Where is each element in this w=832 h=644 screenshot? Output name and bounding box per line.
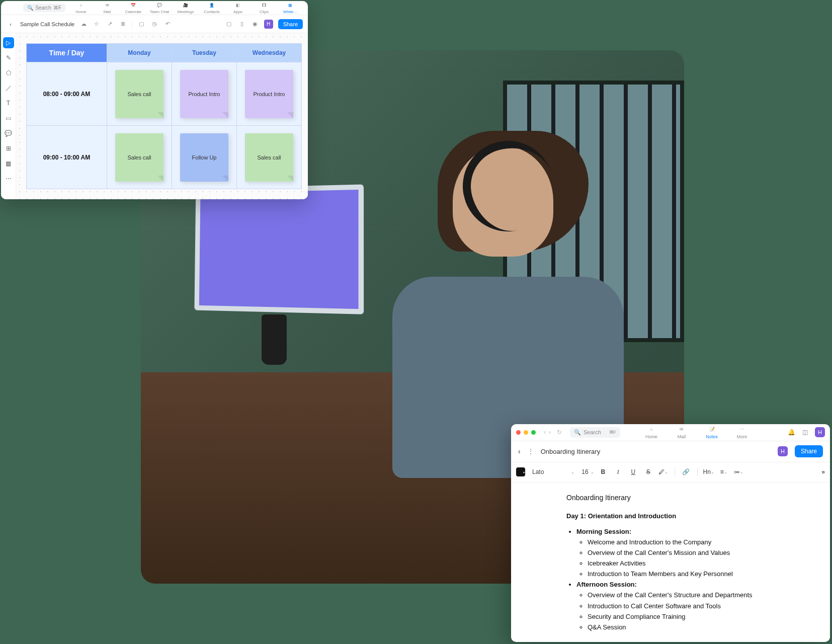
list-icon[interactable]: ≣ [119, 20, 127, 28]
tool-shapes[interactable]: ⬠ [3, 67, 14, 78]
sticky-note[interactable]: Sales call [245, 133, 293, 182]
teamchat-icon: 💬 [156, 2, 163, 9]
nav-item-apps[interactable]: ◧Apps [225, 2, 251, 14]
share-button[interactable]: Share [278, 19, 303, 29]
user-avatar[interactable]: H [264, 20, 273, 29]
nav-label: Home [75, 10, 86, 14]
tool-more[interactable]: ⋯ [3, 173, 14, 184]
heading-select[interactable]: Hn⌄ [703, 466, 715, 478]
tool-pen[interactable]: ✎ [3, 52, 14, 63]
notes-editor[interactable]: Onboarding Itinerary Day 1: Orientation … [511, 482, 830, 642]
content-title: Onboarding Itinerary [566, 493, 821, 504]
undo-icon[interactable]: ↶ [163, 20, 172, 28]
align-select[interactable]: ≡⌄ [718, 466, 730, 478]
list-item: Q&A Session [588, 622, 821, 632]
user-avatar[interactable]: H [815, 427, 825, 437]
comments-icon[interactable]: ▢ [225, 20, 233, 28]
sticky-note[interactable]: Sales call [115, 133, 163, 182]
back-button[interactable]: ‹ [518, 447, 521, 455]
share-button[interactable]: Share [795, 445, 823, 457]
sticky-note[interactable]: Sales call [115, 70, 163, 118]
tool-frame[interactable]: ⊞ [3, 143, 14, 154]
table-row: 08:00 - 09:00 AMSales callProduct IntroP… [27, 62, 302, 126]
open-external-icon[interactable]: ↗ [106, 20, 114, 28]
nav-label: Notes [706, 434, 718, 439]
notes-format-toolbar: ▾ Lato⌄ 16⌄ B I U S 🖉⌄ 🔗 Hn⌄ ≡⌄ ≔⌄ » [511, 462, 830, 482]
timer-icon[interactable]: ◷ [150, 20, 158, 28]
time-cell: 08:00 - 09:00 AM [27, 62, 107, 126]
font-size-select[interactable]: 16⌄ [581, 468, 594, 475]
bell-icon[interactable]: 🔔 [788, 429, 795, 436]
header-day-1: Tuesday [172, 44, 237, 62]
whiteboard-canvas[interactable]: Time / Day Monday Tuesday Wednesday 08:0… [16, 33, 308, 199]
list-item: Overview of the Call Center's Structure … [588, 590, 821, 600]
nav-item-mail[interactable]: ✉Mail [668, 425, 696, 439]
toolbar-overflow-icon[interactable]: » [821, 468, 825, 475]
bold-button[interactable]: B [597, 466, 609, 478]
nav-item-more[interactable]: ⋯More [728, 425, 756, 439]
search-shortcut: ⌘F [53, 5, 61, 11]
tool-comment[interactable]: 💬 [3, 128, 14, 139]
italic-button[interactable]: I [612, 466, 624, 478]
nav-label: Team Chat [150, 10, 170, 14]
list-item: Introduction to Team Members and Key Per… [588, 569, 821, 579]
sticky-note[interactable]: Product Intro [245, 70, 293, 118]
star-icon[interactable]: ☆ [93, 20, 101, 28]
header-day-2: Wednesday [237, 44, 302, 62]
nav-item-calendar[interactable]: 📅Calendar [121, 2, 146, 14]
call-schedule-table: Time / Day Monday Tuesday Wednesday 08:0… [26, 43, 302, 189]
meetings-icon: 🎥 [182, 2, 189, 9]
list-item: Security and Compliance Training [588, 612, 821, 622]
sticky-note[interactable]: Product Intro [180, 70, 228, 118]
whiteboard-window: 🔍 Search ⌘F ⌂Home✉Mail📅Calendar💬Team Cha… [1, 1, 308, 199]
whiteboard-search-input[interactable]: 🔍 Search ⌘F [23, 4, 65, 12]
notes-top-nav: ⌂Home✉Mail📝Notes⋯More [637, 425, 756, 439]
tool-image[interactable]: ▦ [3, 158, 14, 169]
nav-item-clips[interactable]: 🎞Clips [252, 2, 277, 14]
font-family-select[interactable]: Lato⌄ [528, 467, 578, 477]
nav-item-contacts[interactable]: 👤Contacts [199, 2, 224, 14]
history-icon[interactable]: ↻ [557, 429, 562, 436]
panel-icon[interactable]: ◫ [802, 429, 808, 436]
search-icon: 🔍 [574, 429, 581, 436]
back-button[interactable]: ‹ [6, 21, 15, 27]
highlight-button[interactable]: 🖉⌄ [657, 466, 670, 478]
tool-select[interactable]: ▷ [3, 37, 14, 48]
nav-item-home[interactable]: ⌂Home [68, 2, 94, 14]
nav-forward-icon[interactable]: › [548, 429, 552, 436]
link-button[interactable]: 🔗 [680, 466, 692, 478]
eye-icon[interactable]: ◉ [251, 20, 259, 28]
nav-item-mail[interactable]: ✉Mail [95, 2, 120, 14]
underline-button[interactable]: U [627, 466, 639, 478]
nav-label: Home [645, 434, 657, 439]
present-icon[interactable]: ▢ [137, 20, 145, 28]
nav-label: White… [283, 10, 297, 14]
nav-label: Apps [233, 10, 242, 14]
strikethrough-button[interactable]: S [642, 466, 654, 478]
whiteboard-top-nav: ⌂Home✉Mail📅Calendar💬Team Chat🎥Meetings👤C… [68, 2, 303, 14]
sticky-note[interactable]: Follow Up [180, 133, 228, 182]
zoom-traffic-light[interactable] [531, 430, 536, 435]
nav-item-teamchat[interactable]: 💬Team Chat [147, 2, 172, 14]
nav-label: Clips [260, 10, 269, 14]
tool-sticky[interactable]: ▭ [3, 113, 14, 124]
more-options-icon[interactable]: ⋮ [528, 448, 534, 455]
close-traffic-light[interactable] [516, 430, 521, 435]
list-select[interactable]: ≔⌄ [733, 466, 745, 478]
video-icon[interactable]: ▯ [238, 20, 246, 28]
nav-item-notes[interactable]: 📝Notes [698, 425, 726, 439]
tool-line[interactable]: ／ [3, 83, 14, 94]
nav-item-meetings[interactable]: 🎥Meetings [173, 2, 198, 14]
tool-text[interactable]: T [3, 98, 14, 109]
cloud-icon[interactable]: ☁ [79, 20, 88, 28]
time-cell: 09:00 - 10:00 AM [27, 126, 107, 189]
minimize-traffic-light[interactable] [524, 430, 528, 435]
text-color-swatch[interactable]: ▾ [516, 467, 525, 476]
nav-item-home[interactable]: ⌂Home [637, 425, 665, 439]
user-avatar[interactable]: H [778, 446, 788, 456]
content-day-heading: Day 1: Orientation and Introduction [566, 511, 821, 521]
nav-back-icon[interactable]: ‹ [543, 429, 547, 436]
notes-search-input[interactable]: 🔍 Search ⌘F [570, 427, 620, 438]
nav-item-white[interactable]: ▦White… [278, 2, 303, 14]
calendar-icon: 📅 [130, 2, 137, 9]
